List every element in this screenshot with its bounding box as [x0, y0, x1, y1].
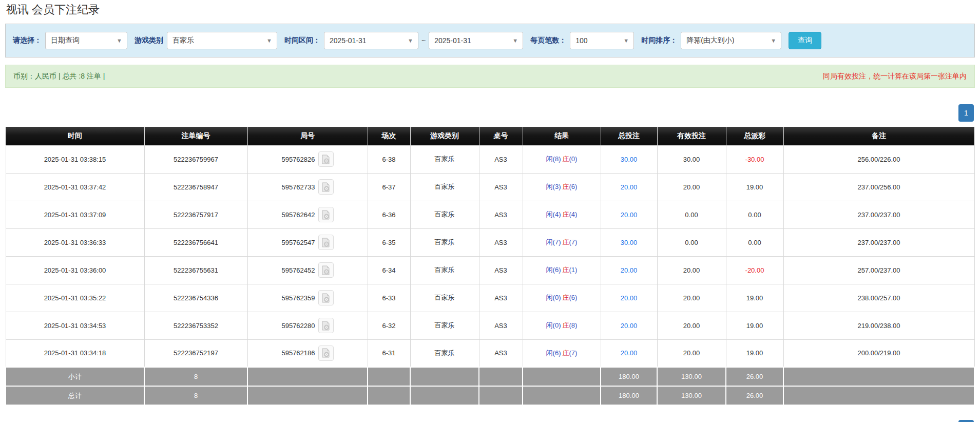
cell-round: 595762547	[247, 228, 368, 256]
video-replay-button[interactable]	[318, 207, 334, 222]
game-type-select[interactable]: 百家乐 ▼	[167, 32, 277, 49]
cell-round: 595762642	[247, 201, 368, 228]
cell-session: 6-38	[368, 145, 410, 173]
cell-valid-bet: 20.00	[657, 339, 726, 367]
video-replay-button[interactable]	[318, 318, 334, 333]
cell-table-no: AS3	[479, 201, 523, 228]
query-type-select[interactable]: 日期查询 ▼	[45, 32, 127, 49]
cell-total-bet: 20.00	[601, 201, 657, 228]
cell-result: 闲(8)庄(0)	[523, 145, 601, 173]
total-bet-link[interactable]: 20.00	[621, 183, 638, 191]
sort-select[interactable]: 降冪(由大到小) ▼	[681, 32, 781, 49]
subtotal-label: 小计	[6, 367, 144, 386]
cell-game: 百家乐	[410, 228, 479, 256]
cell-round: 595762452	[247, 256, 368, 284]
total-bet-link[interactable]: 20.00	[621, 349, 638, 357]
chevron-down-icon: ▼	[623, 37, 629, 44]
result-banker-score: (7)	[569, 349, 578, 357]
cell-payout: -30.00	[726, 145, 783, 173]
total-bet-link[interactable]: 20.00	[621, 294, 638, 302]
cell-session: 6-32	[368, 312, 410, 339]
cell-table-no: AS3	[479, 228, 523, 256]
total-total-bet: 180.00	[601, 386, 657, 405]
cell-payout: 0.00	[726, 201, 783, 228]
total-bet-link[interactable]: 30.00	[621, 156, 638, 163]
total-count: 8	[144, 386, 247, 405]
cell-game: 百家乐	[410, 339, 479, 367]
per-page-select[interactable]: 100 ▼	[570, 32, 634, 49]
date-to-select[interactable]: 2025-01-31 ▼	[429, 32, 523, 49]
cell-remark: 237.00/256.00	[783, 173, 974, 201]
subtotal-valid-bet: 130.00	[657, 367, 726, 386]
video-file-icon	[321, 155, 330, 164]
video-file-icon	[321, 210, 330, 220]
result-banker-score: (6)	[569, 294, 578, 301]
video-replay-button[interactable]	[318, 179, 334, 195]
result-banker-score: (7)	[569, 238, 578, 246]
cell-total-bet: 20.00	[601, 284, 657, 312]
total-bet-link[interactable]: 30.00	[621, 239, 638, 246]
cell-valid-bet: 20.00	[657, 173, 726, 201]
cell-round: 595762733	[247, 173, 368, 201]
cell-payout: 19.00	[726, 339, 783, 367]
cell-time: 2025-01-31 03:35:22	[6, 284, 144, 312]
video-file-icon	[321, 265, 330, 275]
column-header-5: 桌号	[479, 127, 523, 145]
page-button-1-bottom[interactable]: 1	[958, 420, 974, 422]
round-id: 595762642	[281, 211, 315, 219]
subtotal-row: 小计 8 180.00 130.00 26.00	[6, 367, 974, 386]
cell-remark: 257.00/237.00	[783, 256, 974, 284]
cell-bet-id: 522236753352	[144, 312, 247, 339]
column-header-10: 备注	[783, 127, 974, 145]
round-id: 595762826	[281, 156, 315, 163]
table-row: 2025-01-31 03:34:53 522236753352 5957622…	[6, 312, 974, 339]
column-header-9: 总派彩	[726, 127, 783, 145]
cell-result: 闲(4)庄(4)	[523, 201, 601, 228]
cell-session: 6-31	[368, 339, 410, 367]
chevron-down-icon: ▼	[266, 37, 272, 44]
date-range-separator: ~	[421, 36, 426, 45]
total-bet-link[interactable]: 20.00	[621, 211, 638, 219]
cell-round: 595762826	[247, 145, 368, 173]
round-id: 595762452	[281, 266, 315, 274]
cell-round: 595762186	[247, 339, 368, 367]
cell-table-no: AS3	[479, 256, 523, 284]
cell-table-no: AS3	[479, 339, 523, 367]
chevron-down-icon: ▼	[408, 37, 413, 44]
column-header-6: 结果	[523, 127, 601, 145]
page-button-1[interactable]: 1	[958, 104, 974, 122]
video-replay-button[interactable]	[318, 151, 334, 167]
cell-session: 6-37	[368, 173, 410, 201]
pagination-top: 1	[6, 104, 974, 122]
column-header-1: 注单编号	[144, 127, 247, 145]
cell-session: 6-33	[368, 284, 410, 312]
video-replay-button[interactable]	[318, 262, 334, 278]
result-player: 闲(6)	[546, 349, 561, 357]
video-replay-button[interactable]	[318, 346, 334, 361]
date-from-select[interactable]: 2025-01-31 ▼	[324, 32, 418, 49]
result-banker: 庄	[563, 266, 569, 274]
total-bet-link[interactable]: 20.00	[621, 322, 638, 330]
cell-bet-id: 522236756641	[144, 228, 247, 256]
cell-valid-bet: 0.00	[657, 228, 726, 256]
cell-time: 2025-01-31 03:37:42	[6, 173, 144, 201]
total-bet-link[interactable]: 20.00	[621, 266, 638, 274]
column-header-7: 总投注	[601, 127, 657, 145]
round-id: 595762280	[281, 322, 315, 330]
table-row: 2025-01-31 03:37:42 522236758947 5957627…	[6, 173, 974, 201]
valid-bet-notice-text: 同局有效投注，统一计算在该局第一张注单内	[823, 72, 967, 81]
cell-total-bet: 20.00	[601, 256, 657, 284]
cell-total-bet: 30.00	[601, 145, 657, 173]
video-replay-button[interactable]	[318, 290, 334, 305]
cell-bet-id: 522236758947	[144, 173, 247, 201]
cell-table-no: AS3	[479, 284, 523, 312]
result-banker: 庄	[563, 238, 569, 246]
search-button[interactable]: 查询	[789, 32, 821, 49]
result-banker: 庄	[563, 321, 569, 329]
cell-remark: 237.00/237.00	[783, 201, 974, 228]
currency-summary-text: 币别：人民币 | 总共 :8 注单 |	[13, 72, 105, 81]
query-type-label: 请选择：	[13, 36, 42, 45]
video-replay-button[interactable]	[318, 235, 334, 250]
date-to-value: 2025-01-31	[434, 36, 471, 45]
cell-table-no: AS3	[479, 145, 523, 173]
